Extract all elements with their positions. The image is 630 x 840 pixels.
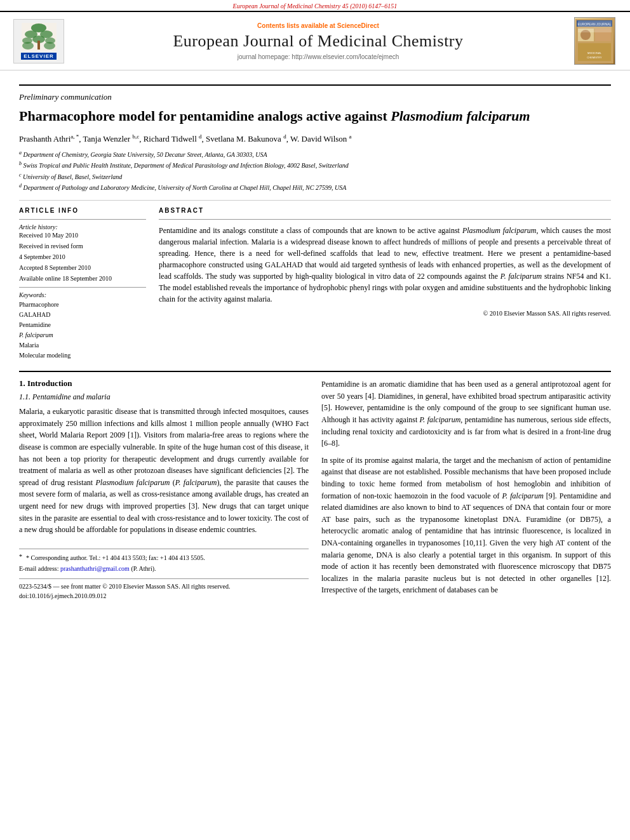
article-info-heading: ARTICLE INFO [19,207,146,214]
online-date: Available online 18 September 2010 [19,275,146,282]
homepage-prefix: journal homepage: [238,53,292,60]
abstract-column: ABSTRACT Pentamidine and its analogs con… [159,207,611,361]
footnote-email-suffix: (P. Athri). [130,565,156,572]
revised-label: Received in revised form [19,243,146,250]
aff-b-sup: b [19,161,22,166]
cover-image-icon: EUROPEAN JOURNAL MEDICINAL CHEMISTRY [575,19,613,63]
aff-d-sup: d [19,183,22,189]
body-col-right: Pentamidine is an aromatic diamidine tha… [321,378,611,601]
abstract-heading: ABSTRACT [159,207,611,214]
body-italic-pf: P. falciparum [175,478,217,487]
author2-name: , Tanja Wenzler [79,134,132,143]
keyword-galahad: GALAHAD [19,310,146,320]
title-text-part1: Pharmacophore model for pentamidine anal… [19,108,391,124]
info-abstract-section: ARTICLE INFO Article history: Received 1… [19,207,611,361]
svg-rect-11 [577,20,612,27]
body-col1-para1: Malaria, a eukaryotic parasitic disease … [19,406,309,536]
author1-sup: a, * [70,133,79,140]
author1-name: Prashanth Athri [19,134,70,143]
body-col2-para2: In spite of its promise against malaria,… [321,455,611,596]
affiliation-d: d Department of Pathology and Laboratory… [19,182,611,192]
author3-name: , Richard Tidwell [139,134,199,143]
footnote-corresponding: * * Corresponding author. Tel.: +1 404 4… [19,553,309,563]
citation-text: European Journal of Medicinal Chemistry … [233,3,398,10]
journal-cover-right: EUROPEAN JOURNAL MEDICINAL CHEMISTRY [569,17,620,65]
authors-line: Prashanth Athria, *, Tanja Wenzler b,c, … [19,133,611,144]
keyword-pentamidine: Pentamidine [19,320,146,330]
body-col-left: 1. Introduction 1.1. Pentamidine and mal… [19,378,309,601]
body-section: 1. Introduction 1.1. Pentamidine and mal… [19,378,611,601]
footnote-email-line: E-mail address: prashanthathri@gmail.com… [19,564,309,573]
svg-text:CHEMISTRY: CHEMISTRY [587,56,602,59]
affiliation-b: b Swiss Tropical and Public Health Insti… [19,160,611,170]
affiliations-divider [19,200,611,201]
journal-header: ELSEVIER Contents lists available at Sci… [0,11,630,70]
body-italic-plasmodium: Plasmodium falciparum [96,478,170,487]
svg-text:MEDICINAL: MEDICINAL [587,51,602,55]
author5-sup: a [349,133,352,140]
author5-name: , W. David Wilson [286,134,349,143]
aff-c-sup: c [19,172,22,178]
section1-title: 1. Introduction [19,378,309,389]
article-info-box: Article history: Received 10 May 2010 Re… [19,219,146,282]
aff-a-sup: a [19,150,22,156]
revised-date: 4 September 2010 [19,253,146,260]
issn-line: 0223-5234/$ — see front matter © 2010 El… [19,582,309,591]
elsevier-logo: ELSEVIER [13,19,64,63]
author4-name: , Svetlana M. Bakunova [202,134,284,143]
subsection1-title: 1.1. Pentamidine and malaria [19,392,309,402]
abstract-italic2: P. falciparum [500,272,542,281]
history-label: Article history: [19,223,146,230]
keyword-malaria: Malaria [19,340,146,350]
top-citation-bar: European Journal of Medicinal Chemistry … [0,0,630,11]
doi-line: doi:10.1016/j.ejmech.2010.09.012 [19,591,309,601]
keywords-box: Keywords: Pharmacophore GALAHAD Pentamid… [19,287,146,361]
abstract-italic1: Plasmodium falciparum [462,226,537,235]
sciencedirect-link: Contents lists available at ScienceDirec… [75,22,561,29]
keyword-pharmacophore: Pharmacophore [19,300,146,310]
journal-homepage: journal homepage: http://www.elsevier.co… [75,53,561,60]
footnote-star: * [19,553,22,563]
received-date: Received 10 May 2010 [19,232,146,239]
keyword-molecular-modeling: Molecular modeling [19,350,146,361]
svg-rect-7 [37,41,40,50]
affiliation-a: a Department of Chemistry, Georgia State… [19,149,611,159]
copyright-line: © 2010 Elsevier Masson SAS. All rights r… [159,310,611,317]
affiliation-c: c University of Basel, Basel, Switzerlan… [19,171,611,182]
body-col2-italic1: P. falciparum [420,415,461,424]
footer-area: * * Corresponding author. Tel.: +1 404 4… [19,549,309,601]
accepted-date: Accepted 8 September 2010 [19,264,146,271]
abstract-box: Pentamidine and its analogs constitute a… [159,219,611,317]
footnote-email: prashanthathri@gmail.com [60,565,130,572]
aff-b-text: Swiss Tropical and Public Health Institu… [23,163,349,170]
article-content: Preliminary communication Pharmacophore … [0,70,630,614]
homepage-url: http://www.elsevier.com/locate/ejmech [292,53,399,60]
article-type: Preliminary communication [19,92,611,102]
sciencedirect-name: ScienceDirect [337,22,379,29]
svg-point-15 [580,30,591,40]
body-col2-italic2: P. falciparum [502,491,544,500]
keywords-label: Keywords: [19,291,146,298]
aff-d-text: Department of Pathology and Laboratory M… [23,184,347,191]
abstract-text: Pentamidine and its analogs constitute a… [159,225,611,305]
svg-rect-14 [595,29,611,41]
affiliations: a Department of Chemistry, Georgia State… [19,149,611,192]
sciencedirect-prefix: Contents lists available at [257,22,337,29]
article-info-column: ARTICLE INFO Article history: Received 1… [19,207,146,361]
elsevier-label: ELSEVIER [21,53,57,60]
footnote-corresponding-text: * Corresponding author. Tel.: +1 404 413… [26,553,205,563]
elsevier-tree-icon [22,23,57,51]
aff-c-text: University of Basel, Basel, Switzerland [23,173,122,180]
aff-a-text: Department of Chemistry, Georgia State U… [23,151,267,158]
journal-header-center: Contents lists available at ScienceDirec… [75,22,561,60]
title-italic: Plasmodium falciparum [391,108,530,124]
journal-cover-thumbnail: EUROPEAN JOURNAL MEDICINAL CHEMISTRY [574,17,615,65]
svg-text:EUROPEAN JOURNAL: EUROPEAN JOURNAL [578,22,612,26]
journal-title: European Journal of Medicinal Chemistry [75,32,561,51]
svg-point-9 [44,42,55,50]
header-divider [19,84,611,86]
footnote-email-label: E-mail address: [19,565,60,572]
article-title: Pharmacophore model for pentamidine anal… [19,107,611,126]
body-col2-para1: Pentamidine is an aromatic diamidine tha… [321,378,611,450]
svg-point-8 [22,42,34,50]
